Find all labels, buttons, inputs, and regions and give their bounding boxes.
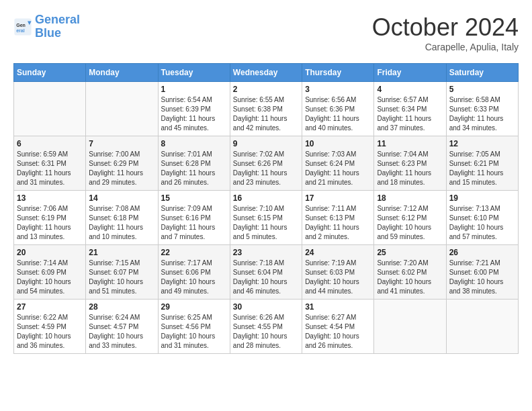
header-sunday: Sunday [14,64,86,82]
day-number: 6 [17,139,83,148]
day-info: Sunrise: 7:06 AM Sunset: 6:19 PM Dayligh… [17,204,83,242]
day-info: Sunrise: 7:04 AM Sunset: 6:23 PM Dayligh… [377,150,443,187]
day-info: Sunrise: 7:15 AM Sunset: 6:07 PM Dayligh… [89,259,154,296]
table-row: 17Sunrise: 7:11 AM Sunset: 6:13 PM Dayli… [302,191,374,245]
day-number: 27 [17,302,83,312]
day-info: Sunrise: 6:57 AM Sunset: 6:34 PM Dayligh… [377,95,443,133]
day-info: Sunrise: 6:25 AM Sunset: 4:56 PM Dayligh… [161,313,227,351]
table-row: 12Sunrise: 7:05 AM Sunset: 6:21 PM Dayli… [446,136,518,191]
table-row: 3Sunrise: 6:56 AM Sunset: 6:36 PM Daylig… [302,82,374,136]
day-info: Sunrise: 7:13 AM Sunset: 6:10 PM Dayligh… [449,204,515,242]
day-info: Sunrise: 7:14 AM Sunset: 6:09 PM Dayligh… [17,259,83,296]
table-row: 13Sunrise: 7:06 AM Sunset: 6:19 PM Dayli… [14,191,86,245]
table-row: 27Sunrise: 6:22 AM Sunset: 4:59 PM Dayli… [14,300,86,354]
day-info: Sunrise: 7:03 AM Sunset: 6:24 PM Dayligh… [305,150,371,187]
day-info: Sunrise: 6:26 AM Sunset: 4:55 PM Dayligh… [233,313,299,351]
day-number: 7 [89,139,154,148]
day-number: 23 [233,248,299,257]
day-info: Sunrise: 6:55 AM Sunset: 6:38 PM Dayligh… [233,95,299,133]
day-info: Sunrise: 7:20 AM Sunset: 6:02 PM Dayligh… [377,259,443,296]
title-block: October 2024 Carapelle, Apulia, Italy [372,13,519,52]
day-info: Sunrise: 7:01 AM Sunset: 6:28 PM Dayligh… [161,150,227,187]
day-number: 11 [377,139,443,148]
day-info: Sunrise: 7:21 AM Sunset: 6:00 PM Dayligh… [449,259,515,296]
day-number: 8 [161,139,227,148]
logo: Gen eral General Blue [13,13,80,40]
table-row: 19Sunrise: 7:13 AM Sunset: 6:10 PM Dayli… [446,191,518,245]
calendar-header-row: Sunday Monday Tuesday Wednesday Thursday… [14,64,519,82]
day-info: Sunrise: 7:17 AM Sunset: 6:06 PM Dayligh… [161,259,227,296]
table-row: 14Sunrise: 7:08 AM Sunset: 6:18 PM Dayli… [86,191,158,245]
day-number: 24 [305,248,371,257]
calendar-week-row: 6Sunrise: 6:59 AM Sunset: 6:31 PM Daylig… [14,136,519,191]
day-info: Sunrise: 7:11 AM Sunset: 6:13 PM Dayligh… [305,204,371,242]
table-row: 7Sunrise: 7:00 AM Sunset: 6:29 PM Daylig… [86,136,158,191]
day-info: Sunrise: 7:02 AM Sunset: 6:26 PM Dayligh… [233,150,299,187]
logo-text-line1: General [35,13,80,27]
day-number: 19 [449,193,515,203]
day-number: 29 [161,302,227,312]
day-number: 17 [305,193,371,203]
table-row [86,82,158,136]
day-info: Sunrise: 7:18 AM Sunset: 6:04 PM Dayligh… [233,259,299,296]
calendar-week-row: 27Sunrise: 6:22 AM Sunset: 4:59 PM Dayli… [14,300,519,354]
table-row: 24Sunrise: 7:19 AM Sunset: 6:03 PM Dayli… [302,245,374,300]
calendar-table: Sunday Monday Tuesday Wednesday Thursday… [13,63,519,354]
calendar-week-row: 20Sunrise: 7:14 AM Sunset: 6:09 PM Dayli… [14,245,519,300]
day-number: 20 [17,248,83,257]
day-info: Sunrise: 6:58 AM Sunset: 6:33 PM Dayligh… [449,95,515,133]
day-info: Sunrise: 7:00 AM Sunset: 6:29 PM Dayligh… [89,150,154,187]
day-number: 4 [377,85,443,94]
day-info: Sunrise: 6:54 AM Sunset: 6:39 PM Dayligh… [161,95,227,133]
page-header: Gen eral General Blue October 2024 Carap… [13,13,519,52]
day-number: 12 [449,139,515,148]
day-number: 13 [17,193,83,203]
table-row: 16Sunrise: 7:10 AM Sunset: 6:15 PM Dayli… [230,191,302,245]
table-row [374,300,446,354]
table-row: 10Sunrise: 7:03 AM Sunset: 6:24 PM Dayli… [302,136,374,191]
header-saturday: Saturday [446,64,518,82]
table-row [14,82,86,136]
table-row: 6Sunrise: 6:59 AM Sunset: 6:31 PM Daylig… [14,136,86,191]
day-info: Sunrise: 7:19 AM Sunset: 6:03 PM Dayligh… [305,259,371,296]
day-info: Sunrise: 7:12 AM Sunset: 6:12 PM Dayligh… [377,204,443,242]
header-tuesday: Tuesday [158,64,230,82]
day-info: Sunrise: 6:27 AM Sunset: 4:54 PM Dayligh… [305,313,371,351]
day-number: 31 [305,302,371,312]
day-number: 10 [305,139,371,148]
table-row: 18Sunrise: 7:12 AM Sunset: 6:12 PM Dayli… [374,191,446,245]
table-row: 26Sunrise: 7:21 AM Sunset: 6:00 PM Dayli… [446,245,518,300]
day-number: 5 [449,85,515,94]
svg-text:eral: eral [16,28,25,33]
day-info: Sunrise: 6:24 AM Sunset: 4:57 PM Dayligh… [89,313,154,351]
table-row: 30Sunrise: 6:26 AM Sunset: 4:55 PM Dayli… [230,300,302,354]
day-info: Sunrise: 6:59 AM Sunset: 6:31 PM Dayligh… [17,150,83,187]
day-number: 25 [377,248,443,257]
table-row: 8Sunrise: 7:01 AM Sunset: 6:28 PM Daylig… [158,136,230,191]
table-row: 21Sunrise: 7:15 AM Sunset: 6:07 PM Dayli… [86,245,158,300]
header-wednesday: Wednesday [230,64,302,82]
day-info: Sunrise: 7:05 AM Sunset: 6:21 PM Dayligh… [449,150,515,187]
day-number: 2 [233,85,299,94]
table-row: 29Sunrise: 6:25 AM Sunset: 4:56 PM Dayli… [158,300,230,354]
table-row: 5Sunrise: 6:58 AM Sunset: 6:33 PM Daylig… [446,82,518,136]
header-thursday: Thursday [302,64,374,82]
day-info: Sunrise: 7:10 AM Sunset: 6:15 PM Dayligh… [233,204,299,242]
day-number: 30 [233,302,299,312]
table-row: 15Sunrise: 7:09 AM Sunset: 6:16 PM Dayli… [158,191,230,245]
day-info: Sunrise: 6:56 AM Sunset: 6:36 PM Dayligh… [305,95,371,133]
table-row: 20Sunrise: 7:14 AM Sunset: 6:09 PM Dayli… [14,245,86,300]
day-number: 28 [89,302,154,312]
table-row: 28Sunrise: 6:24 AM Sunset: 4:57 PM Dayli… [86,300,158,354]
header-monday: Monday [86,64,158,82]
table-row: 22Sunrise: 7:17 AM Sunset: 6:06 PM Dayli… [158,245,230,300]
day-number: 16 [233,193,299,203]
table-row: 1Sunrise: 6:54 AM Sunset: 6:39 PM Daylig… [158,82,230,136]
header-friday: Friday [374,64,446,82]
location-subtitle: Carapelle, Apulia, Italy [372,42,519,52]
day-number: 18 [377,193,443,203]
month-title: October 2024 [372,13,519,42]
day-number: 14 [89,193,154,203]
day-number: 26 [449,248,515,257]
table-row: 2Sunrise: 6:55 AM Sunset: 6:38 PM Daylig… [230,82,302,136]
